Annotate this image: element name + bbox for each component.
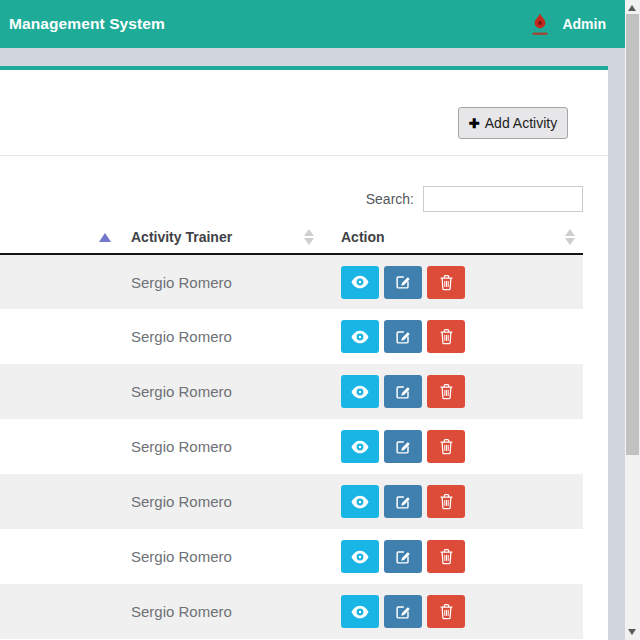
edit-button[interactable]: [384, 320, 422, 353]
view-button[interactable]: [341, 320, 379, 353]
brand-logo-icon: [530, 12, 550, 39]
column-header-action[interactable]: Action: [333, 220, 583, 254]
cell-first-blank: [0, 474, 123, 529]
trash-icon: [439, 328, 454, 345]
search-bar: Search:: [366, 186, 583, 212]
pencil-square-icon: [395, 384, 411, 400]
sort-both-icon: [303, 228, 315, 246]
eye-icon: [351, 330, 369, 344]
search-label: Search:: [366, 191, 414, 207]
add-activity-button[interactable]: ✚ Add Activity: [458, 107, 568, 139]
sort-both-icon: [564, 228, 576, 246]
cell-actions: [333, 474, 583, 529]
delete-button[interactable]: [427, 375, 465, 408]
cell-actions: [333, 309, 583, 364]
view-button[interactable]: [341, 266, 379, 299]
table-row: Sergio Romero: [0, 474, 583, 529]
table-body: Sergio Romero: [0, 254, 583, 639]
add-activity-label: Add Activity: [485, 115, 557, 131]
cell-actions: [333, 419, 583, 474]
view-button[interactable]: [341, 375, 379, 408]
edit-button[interactable]: [384, 266, 422, 299]
cell-first-blank: [0, 584, 123, 639]
eye-icon: [351, 275, 369, 289]
cell-activity-trainer: Sergio Romero: [123, 529, 333, 584]
delete-button[interactable]: [427, 595, 465, 628]
user-menu[interactable]: Admin: [530, 0, 606, 48]
pencil-square-icon: [395, 439, 411, 455]
cell-actions: [333, 529, 583, 584]
delete-button[interactable]: [427, 540, 465, 573]
vertical-scrollbar[interactable]: [625, 0, 640, 640]
table-row: Sergio Romero: [0, 419, 583, 474]
view-button[interactable]: [341, 485, 379, 518]
edit-button[interactable]: [384, 595, 422, 628]
cell-first-blank: [0, 309, 123, 364]
app-title: Management System: [9, 0, 165, 48]
search-input[interactable]: [423, 186, 583, 212]
cell-actions: [333, 584, 583, 639]
cell-actions: [333, 254, 583, 309]
view-button[interactable]: [341, 430, 379, 463]
trash-icon: [439, 383, 454, 400]
trash-icon: [439, 438, 454, 455]
cell-activity-trainer: Sergio Romero: [123, 474, 333, 529]
delete-button[interactable]: [427, 266, 465, 299]
eye-icon: [351, 605, 369, 619]
pencil-square-icon: [395, 494, 411, 510]
table-row: Sergio Romero: [0, 529, 583, 584]
edit-button[interactable]: [384, 375, 422, 408]
edit-button[interactable]: [384, 430, 422, 463]
eye-icon: [351, 385, 369, 399]
table-row: Sergio Romero: [0, 254, 583, 309]
delete-button[interactable]: [427, 485, 465, 518]
content-card: ✚ Add Activity Search: Activity Trainer …: [0, 66, 608, 640]
delete-button[interactable]: [427, 320, 465, 353]
delete-button[interactable]: [427, 430, 465, 463]
cell-actions: [333, 364, 583, 419]
cell-activity-trainer: Sergio Romero: [123, 254, 333, 309]
section-divider: [0, 155, 608, 156]
table-row: Sergio Romero: [0, 584, 583, 639]
scrollbar-thumb[interactable]: [626, 14, 639, 455]
pencil-square-icon: [395, 274, 411, 290]
eye-icon: [351, 550, 369, 564]
sort-ascending-icon: [99, 233, 111, 242]
cell-first-blank: [0, 254, 123, 309]
table-row: Sergio Romero: [0, 364, 583, 419]
view-button[interactable]: [341, 595, 379, 628]
pencil-square-icon: [395, 329, 411, 345]
scroll-up-arrow-icon[interactable]: [628, 5, 636, 11]
column-header-first[interactable]: [0, 220, 123, 254]
cell-first-blank: [0, 419, 123, 474]
navbar: Management System Admin: [0, 0, 625, 48]
column-header-activity-trainer[interactable]: Activity Trainer: [123, 220, 333, 254]
eye-icon: [351, 495, 369, 509]
edit-button[interactable]: [384, 485, 422, 518]
cell-activity-trainer: Sergio Romero: [123, 419, 333, 474]
table-header-row: Activity Trainer Action: [0, 220, 583, 254]
scroll-down-arrow-icon[interactable]: [628, 629, 636, 635]
table-row: Sergio Romero: [0, 309, 583, 364]
pencil-square-icon: [395, 549, 411, 565]
cell-activity-trainer: Sergio Romero: [123, 584, 333, 639]
edit-button[interactable]: [384, 540, 422, 573]
cell-activity-trainer: Sergio Romero: [123, 309, 333, 364]
trash-icon: [439, 493, 454, 510]
cell-first-blank: [0, 364, 123, 419]
eye-icon: [351, 440, 369, 454]
activities-table: Activity Trainer Action Sergio Romero: [0, 220, 583, 639]
pencil-square-icon: [395, 604, 411, 620]
trash-icon: [439, 274, 454, 291]
cell-first-blank: [0, 529, 123, 584]
trash-icon: [439, 548, 454, 565]
cell-activity-trainer: Sergio Romero: [123, 364, 333, 419]
trash-icon: [439, 603, 454, 620]
user-label[interactable]: Admin: [562, 16, 606, 32]
plus-icon: ✚: [469, 116, 480, 131]
view-button[interactable]: [341, 540, 379, 573]
